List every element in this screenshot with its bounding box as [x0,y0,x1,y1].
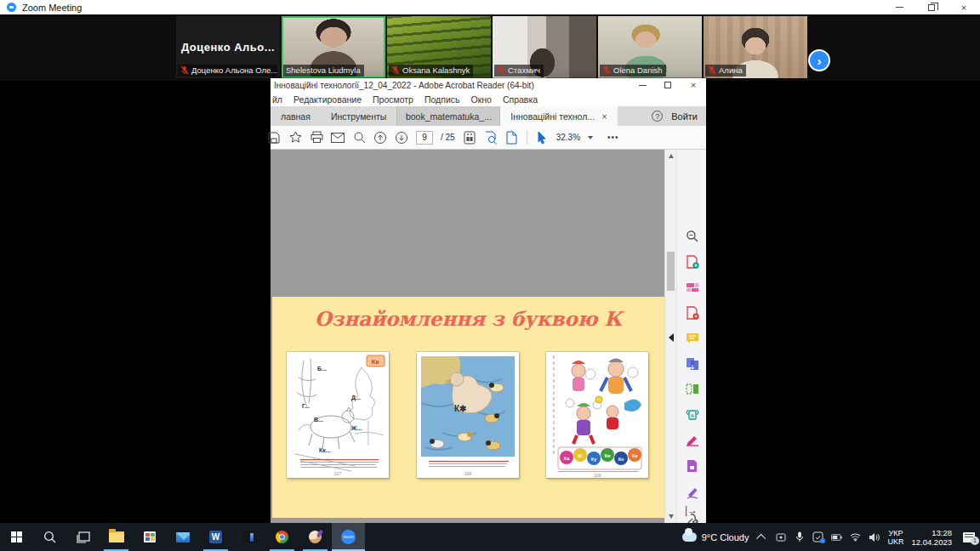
print-icon[interactable] [310,131,323,145]
mail-button[interactable] [166,523,199,551]
menu-edit[interactable]: Редактирование [293,94,362,105]
compress-pdf-icon[interactable]: A [685,407,699,422]
edit-pdf-icon[interactable] [685,280,699,294]
scroll-up-icon[interactable] [669,154,674,158]
taskbar-search-button[interactable] [33,523,66,551]
action-center-button[interactable]: 1 [963,532,975,542]
combine-files-icon[interactable] [685,356,699,371]
menu-view[interactable]: Просмотр [373,94,413,105]
save-as-pdf-icon[interactable] [685,458,699,473]
close-button[interactable]: × [681,78,706,92]
page-number: 107 [334,471,342,476]
sign-in-button[interactable]: Войти [671,111,698,122]
participant-tile[interactable]: Shelestova Liudmyla [282,16,385,78]
zoom-level-value[interactable]: 32.3% [556,133,580,142]
cloud-icon [682,532,697,542]
page-number: 108 [464,471,472,476]
tray-expand-button[interactable] [756,531,767,542]
single-page-icon[interactable] [505,131,519,145]
letter-label: В... [314,417,323,423]
task-view-icon [77,531,90,543]
participant-tile[interactable]: Стахмич [493,16,596,78]
participant-name: Доценко Альона Оле... [191,65,277,75]
task-view-button[interactable] [66,523,100,551]
save-icon[interactable] [267,131,281,145]
page-number-input[interactable]: 9 [416,131,433,145]
pdf-slide-page: Ознайомлення з буквою К Кк Б... Д... Г..… [272,297,664,518]
acrobat-window-title: Інноваційні технології_12_04_2022 - Adob… [271,81,534,90]
draw-icon[interactable] [685,486,699,500]
page-letter-badge: Кк [372,358,380,366]
participant-name: Oksana Kalashnyk [402,65,470,75]
tab-home[interactable]: лавная [271,106,321,126]
weather-widget[interactable]: 9°C Cloudy [682,532,749,542]
word-button[interactable]: W [199,523,232,551]
search-icon[interactable] [685,229,699,243]
syllable-balloon: Ка [564,456,570,461]
selection-tool-icon[interactable] [535,131,549,145]
participant-tile[interactable]: Olena Danish [598,16,702,78]
pdf-document-area[interactable]: Ознайомлення з буквою К Кк Б... Д... Г..… [271,150,664,523]
collapse-panel-arrow[interactable] [669,333,674,342]
microphone-tray-icon[interactable] [794,531,805,542]
help-icon[interactable]: ? [652,111,663,122]
volume-icon[interactable] [869,531,880,542]
menu-window[interactable]: Окно [471,94,492,105]
minimize-button[interactable] [883,0,915,14]
fill-sign-icon[interactable] [685,433,699,447]
favorite-star-icon[interactable] [288,131,302,145]
participant-tile[interactable]: Oksana Kalashnyk [387,16,491,78]
notification-app-icon[interactable] [812,531,823,542]
wifi-icon[interactable] [850,531,861,542]
restore-button[interactable] [915,0,948,14]
mic-muted-icon [602,65,611,75]
letter-label: К✱ [454,404,467,413]
paint-icon [309,531,322,543]
menu-file[interactable]: йл [272,94,282,105]
date-value: 12.04.2023 [911,537,952,547]
paint-button[interactable] [299,523,332,551]
tab-close-icon[interactable]: × [601,111,607,122]
start-button[interactable] [0,523,33,551]
file-explorer-button[interactable] [100,523,133,551]
tab-document-active[interactable]: Інноваційні технол... × [500,106,617,126]
tray-app-icon[interactable] [775,531,786,542]
organize-pages-icon[interactable] [685,382,699,396]
comment-icon[interactable] [685,331,699,345]
maximize-button[interactable] [655,78,681,92]
participant-tile[interactable]: Алина [704,16,807,78]
zoom-app-icon [7,3,16,12]
enhanced-view-icon[interactable] [484,131,498,145]
previous-page-icon[interactable] [373,131,387,145]
app-button[interactable] [232,523,265,551]
email-icon[interactable] [331,131,345,145]
scrollbar-thumb[interactable] [667,252,675,291]
mail-icon [176,532,190,542]
search-icon[interactable] [352,131,366,145]
microsoft-store-button[interactable] [133,523,166,551]
zoom-dropdown-icon[interactable] [588,136,593,139]
chrome-button[interactable] [265,523,299,551]
close-button[interactable]: × [948,0,980,14]
menu-help[interactable]: Справка [503,94,538,105]
next-page-icon[interactable] [395,131,408,145]
minimize-icon [896,7,903,8]
syllable-balloon: Ки [605,453,611,458]
minimize-button[interactable] [630,78,655,92]
next-participants-button[interactable]: › [808,49,830,71]
menu-sign[interactable]: Подпись [424,94,460,105]
open-pane-icon[interactable]: |→ [685,504,698,516]
more-tools-icon[interactable]: ••• [607,133,619,142]
participant-tile[interactable]: Доценко Альо... Доценко Альона Оле... [176,16,280,78]
time-value: 13:28 [911,528,952,537]
create-pdf-icon[interactable] [685,305,699,320]
page-display-icon[interactable] [463,131,476,145]
tab-document-matematuka[interactable]: book_matematuka_... [396,106,500,126]
scroll-down-icon[interactable] [669,514,674,519]
battery-icon[interactable] [831,531,842,542]
export-pdf-icon[interactable] [685,254,699,269]
language-indicator[interactable]: УКР UKR [887,529,903,546]
zoom-app-button[interactable]: zoom [332,523,365,551]
clock[interactable]: 13:28 12.04.2023 [911,528,952,547]
tab-tools[interactable]: Инструменты [321,106,396,126]
